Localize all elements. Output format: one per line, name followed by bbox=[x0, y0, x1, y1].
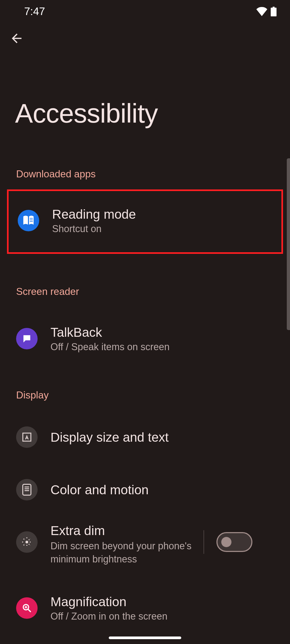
talkback-icon bbox=[16, 328, 38, 349]
item-subtitle: Shortcut on bbox=[52, 223, 272, 235]
wifi-icon bbox=[256, 7, 267, 16]
item-title: TalkBack bbox=[50, 325, 281, 340]
reading-mode-icon bbox=[18, 210, 39, 231]
item-text: Display size and text bbox=[50, 430, 281, 445]
item-title: Extra dim bbox=[50, 523, 204, 538]
annotation-highlight: Reading mode Shortcut on bbox=[7, 189, 283, 254]
status-icons bbox=[256, 7, 277, 16]
item-reading-mode[interactable]: Reading mode Shortcut on bbox=[9, 202, 281, 239]
svg-rect-6 bbox=[25, 488, 29, 489]
app-bar bbox=[0, 23, 290, 55]
battery-icon bbox=[271, 7, 277, 16]
svg-line-16 bbox=[29, 539, 30, 540]
item-magnification[interactable]: Magnification Off / Zoom in on the scree… bbox=[0, 589, 290, 627]
switch-thumb bbox=[221, 537, 231, 547]
section-header-display: Display bbox=[0, 390, 290, 401]
page-title: Accessibility bbox=[0, 98, 290, 129]
scrollbar[interactable] bbox=[287, 158, 290, 330]
svg-point-8 bbox=[26, 541, 28, 544]
item-text: Extra dim Dim screen beyond your phone's… bbox=[50, 523, 204, 566]
extra-dim-icon bbox=[16, 531, 38, 553]
item-talkback[interactable]: TalkBack Off / Speak items on screen bbox=[0, 320, 290, 357]
svg-rect-3 bbox=[23, 433, 31, 441]
item-display-size[interactable]: Display size and text bbox=[0, 425, 290, 449]
item-subtitle: Off / Zoom in on the screen bbox=[50, 611, 281, 622]
item-title: Color and motion bbox=[50, 482, 281, 497]
svg-rect-4 bbox=[23, 484, 31, 495]
item-title: Display size and text bbox=[50, 430, 281, 445]
item-color-motion[interactable]: Color and motion bbox=[0, 478, 290, 502]
section-header-screen-reader: Screen reader bbox=[0, 286, 290, 297]
svg-line-13 bbox=[24, 539, 25, 540]
status-bar: 7:47 bbox=[0, 0, 290, 23]
svg-rect-0 bbox=[30, 218, 33, 218]
svg-line-15 bbox=[24, 544, 25, 545]
item-title: Magnification bbox=[50, 594, 281, 609]
svg-rect-1 bbox=[30, 219, 33, 220]
arrow-back-icon bbox=[9, 31, 24, 46]
svg-line-14 bbox=[29, 544, 30, 545]
item-subtitle: Dim screen beyond your phone's minimum b… bbox=[50, 540, 204, 566]
extra-dim-toggle[interactable] bbox=[216, 532, 252, 552]
item-text: Magnification Off / Zoom in on the scree… bbox=[50, 594, 281, 622]
navigation-handle[interactable] bbox=[109, 636, 181, 639]
section-header-downloaded-apps: Downloaded apps bbox=[0, 169, 290, 180]
item-text: Color and motion bbox=[50, 482, 281, 497]
toggle-container bbox=[204, 530, 252, 554]
divider bbox=[204, 530, 204, 554]
svg-rect-5 bbox=[25, 486, 29, 487]
status-time: 7:47 bbox=[24, 5, 45, 17]
color-motion-icon bbox=[16, 479, 38, 500]
svg-rect-7 bbox=[25, 490, 29, 491]
item-text: TalkBack Off / Speak items on screen bbox=[50, 325, 281, 353]
display-size-icon bbox=[16, 426, 38, 448]
svg-rect-2 bbox=[30, 221, 33, 222]
item-text: Reading mode Shortcut on bbox=[52, 207, 272, 235]
back-button[interactable] bbox=[9, 31, 24, 47]
item-title: Reading mode bbox=[52, 207, 272, 222]
svg-line-18 bbox=[28, 609, 30, 612]
magnification-icon bbox=[16, 597, 38, 619]
item-subtitle: Off / Speak items on screen bbox=[50, 341, 281, 353]
item-extra-dim[interactable]: Extra dim Dim screen beyond your phone's… bbox=[0, 523, 290, 566]
